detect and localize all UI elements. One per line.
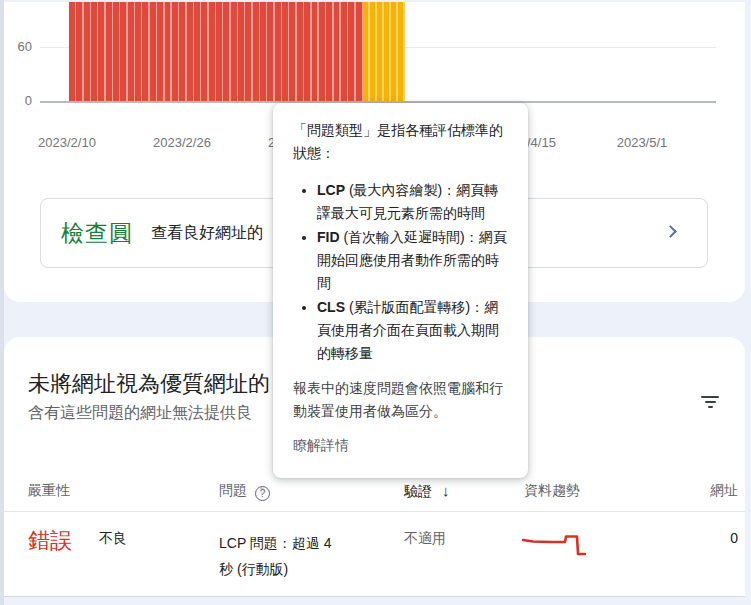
- column-header-urls: 網址: [710, 482, 738, 500]
- inspect-card-link[interactable]: 檢查圓: [61, 218, 133, 249]
- filter-icon[interactable]: [695, 389, 725, 415]
- table-header-divider: [4, 511, 745, 512]
- page-left-edge: [0, 0, 4, 605]
- tooltip-item-fid: FID (首次輸入延遲時間)：網頁開始回應使用者動作所需的時間: [317, 226, 508, 295]
- tooltip-item-cls: CLS (累計版面配置轉移)：網頁使用者介面在頁面載入期間的轉移量: [317, 296, 508, 365]
- learn-more-link[interactable]: 瞭解詳情: [293, 434, 349, 457]
- lcp-term: LCP: [317, 182, 345, 198]
- sort-down-icon: ↓: [442, 482, 450, 499]
- column-header-severity: 嚴重性: [28, 482, 70, 500]
- y-axis-tick-60: 60: [10, 39, 32, 55]
- chevron-right-icon[interactable]: [664, 225, 677, 238]
- inspect-card-description: 查看良好網址的: [151, 223, 263, 244]
- column-header-trend: 資料趨勢: [524, 482, 580, 500]
- y-axis-tick-0: 0: [10, 93, 32, 109]
- section-title: 未將網址視為優質網址的: [28, 369, 270, 399]
- tooltip-intro: 「問題類型」是指各種評估標準的狀態：: [293, 119, 508, 165]
- x-axis-label: 2023/2/10: [38, 135, 96, 150]
- sort-up-icon[interactable]: ↑: [258, 481, 266, 498]
- issue-description[interactable]: LCP 問題：超過 4 秒 (行動版): [219, 530, 332, 582]
- tooltip-footer: 報表中的速度問題會依照電腦和行動裝置使用者做為區分。: [293, 377, 508, 423]
- tooltip-metric-list: LCP (最大內容繪製)：網頁轉譯最大可見元素所需的時間 FID (首次輸入延遲…: [317, 179, 508, 365]
- chart-bars-warning[interactable]: [363, 2, 405, 101]
- chart-bars-error[interactable]: [69, 2, 363, 101]
- core-web-vitals-page: 60 0 2023/2/10 2023/2/26 2023/3/14 2023/…: [0, 0, 751, 605]
- x-axis-label: 2023/2/26: [153, 135, 211, 150]
- severity-error-label: 錯誤: [28, 526, 72, 556]
- trend-sparkline: [521, 533, 591, 558]
- lcp-definition: (最大內容繪製)：網頁轉譯最大可見元素所需的時間: [317, 182, 498, 221]
- severity-sub-label: 不良: [99, 530, 127, 548]
- url-count: 0: [730, 530, 738, 546]
- column-header-issue-label: 問題: [219, 482, 247, 498]
- validation-status: 不適用: [404, 530, 446, 548]
- column-header-validation[interactable]: 驗證↓: [404, 482, 450, 501]
- fid-definition: (首次輸入延遲時間)：網頁開始回應使用者動作所需的時間: [317, 229, 507, 291]
- tooltip-item-lcp: LCP (最大內容繪製)：網頁轉譯最大可見元素所需的時間: [317, 179, 508, 225]
- x-axis-label: 2023/5/1: [617, 135, 668, 150]
- issue-type-tooltip: 「問題類型」是指各種評估標準的狀態： LCP (最大內容繪製)：網頁轉譯最大可見…: [273, 103, 528, 478]
- cls-term: CLS: [317, 299, 345, 315]
- cls-definition: (累計版面配置轉移)：網頁使用者介面在頁面載入期間的轉移量: [317, 299, 499, 361]
- fid-term: FID: [317, 229, 340, 245]
- column-header-validation-label: 驗證: [404, 483, 432, 499]
- section-subtitle: 含有這些問題的網址無法提供良: [28, 403, 252, 424]
